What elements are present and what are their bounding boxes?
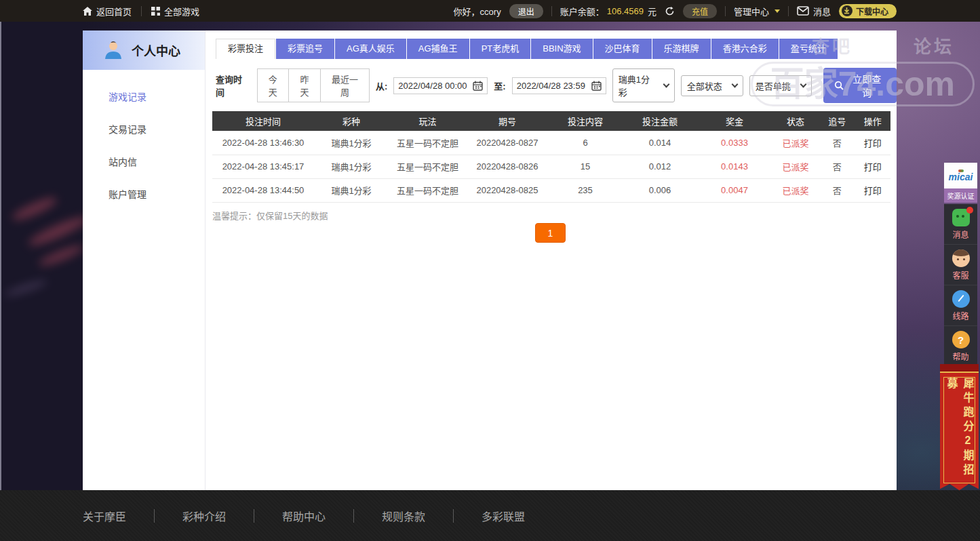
main-panel: 个人中心 游戏记录 交易记录 站内信 账户管理 彩票投注 彩票追号 AG真人娱乐… bbox=[83, 31, 897, 490]
cell-bet-time: 2022-04-28 13:46:30 bbox=[212, 131, 314, 155]
notification-dot bbox=[966, 207, 973, 214]
sidebar-item-site-mail[interactable]: 站内信 bbox=[83, 154, 205, 186]
col-issue: 期号 bbox=[467, 111, 548, 131]
download-center-button[interactable]: 下载中心 bbox=[839, 4, 897, 18]
widget-messages-label: 消息 bbox=[952, 228, 968, 240]
cell-bet-time: 2022-04-28 13:45:17 bbox=[212, 155, 314, 178]
top-bar: 返回首页 全部游戏 你好，ccory 退出 账户余额： 106.4569 元 充… bbox=[0, 0, 980, 22]
widget-lines[interactable]: 线路 bbox=[944, 285, 977, 326]
logout-button[interactable]: 退出 bbox=[509, 4, 543, 18]
footer-link-about[interactable]: 关于摩臣 bbox=[83, 508, 154, 524]
sidebar-item-game-records[interactable]: 游戏记录 bbox=[83, 89, 205, 121]
quick-yesterday-button[interactable]: 昨天 bbox=[289, 68, 321, 102]
balance-label: 账户余额： bbox=[560, 5, 604, 18]
cell-status: 已派奖 bbox=[772, 131, 819, 155]
query-time-label: 查询时间 bbox=[216, 73, 251, 98]
lottery-type-select[interactable]: 瑞典1分彩 bbox=[612, 68, 675, 102]
quick-today-button[interactable]: 今天 bbox=[257, 68, 290, 102]
greeting-text: 你好，ccory bbox=[454, 5, 501, 18]
footer-link-lottery-intro[interactable]: 彩种介绍 bbox=[155, 508, 254, 524]
col-lottery: 彩种 bbox=[314, 111, 389, 131]
to-date-input[interactable]: 2022/04/28 23:59 bbox=[512, 77, 606, 94]
col-status: 状态 bbox=[772, 111, 819, 131]
cell-bet-time: 2022-04-28 13:44:50 bbox=[212, 178, 314, 202]
cell-play: 五星一码不定胆 bbox=[389, 178, 467, 202]
cell-prize: 0.0333 bbox=[697, 131, 772, 155]
tab-lottery-bets[interactable]: 彩票投注 bbox=[216, 39, 275, 59]
pagination: 1 bbox=[535, 223, 566, 243]
tab-saba-sports[interactable]: 沙巴体育 bbox=[593, 39, 652, 59]
single-pick-value: 是否单挑 bbox=[756, 79, 791, 92]
cell-content: 235 bbox=[548, 178, 623, 202]
floating-widget-panel: micai 奖源认证 消息 客服 线路 ? 帮助 bbox=[944, 163, 977, 397]
banner-top-decoration bbox=[940, 364, 979, 373]
widget-customer-service[interactable]: 客服 bbox=[944, 245, 977, 285]
tab-profit-stats[interactable]: 盈亏统计 bbox=[779, 39, 838, 59]
col-chase: 追号 bbox=[819, 111, 855, 131]
cell-prize: 0.0143 bbox=[697, 155, 772, 178]
status-select[interactable]: 全部状态 bbox=[681, 75, 743, 96]
quick-last-week-button[interactable]: 最近一周 bbox=[321, 68, 370, 102]
help-icon: ? bbox=[952, 331, 970, 348]
cell-lottery: 瑞典1分彩 bbox=[314, 131, 389, 155]
grid-icon bbox=[151, 7, 160, 16]
print-link[interactable]: 打印 bbox=[855, 155, 891, 178]
from-date-input[interactable]: 2022/04/28 00:00 bbox=[393, 77, 488, 94]
all-games-label: 全部游戏 bbox=[164, 5, 199, 18]
cell-chase: 否 bbox=[819, 131, 855, 155]
retention-tip: 温馨提示：仅保留15天的数据 bbox=[212, 209, 897, 222]
single-pick-select[interactable]: 是否单挑 bbox=[749, 75, 812, 96]
footer-link-alliance[interactable]: 多彩联盟 bbox=[454, 508, 553, 524]
recharge-button[interactable]: 充值 bbox=[683, 4, 717, 18]
micai-logo[interactable]: micai bbox=[944, 163, 977, 188]
admin-center-menu[interactable]: 管理中心 bbox=[734, 5, 780, 18]
calendar-icon[interactable] bbox=[591, 81, 602, 91]
download-icon bbox=[842, 5, 852, 16]
query-now-button[interactable]: 立即查询 bbox=[823, 68, 897, 103]
query-now-label: 立即查询 bbox=[848, 72, 886, 99]
chevron-down-icon bbox=[775, 9, 780, 13]
cell-issue: 20220428-0825 bbox=[467, 178, 548, 202]
sidebar-item-transaction-records[interactable]: 交易记录 bbox=[83, 121, 205, 154]
widget-service-label: 客服 bbox=[952, 269, 968, 281]
tab-lottery-chase[interactable]: 彩票追号 bbox=[276, 39, 334, 59]
print-link[interactable]: 打印 bbox=[855, 131, 891, 155]
print-link[interactable]: 打印 bbox=[855, 178, 891, 202]
customer-service-icon bbox=[952, 249, 970, 267]
all-games-link[interactable]: 全部游戏 bbox=[151, 5, 199, 18]
footer-link-rules[interactable]: 规则条款 bbox=[354, 508, 453, 524]
promo-banner[interactable]: 犀牛跑分2期招募 bbox=[940, 364, 979, 493]
tab-ag-fishing[interactable]: AG捕鱼王 bbox=[407, 39, 469, 59]
banner-frame: 犀牛跑分2期招募 bbox=[943, 377, 975, 483]
divider bbox=[725, 6, 726, 16]
sidebar-header: 个人中心 bbox=[83, 31, 205, 70]
col-action: 操作 bbox=[855, 111, 891, 131]
footer: 关于摩臣 彩种介绍 帮助中心 规则条款 多彩联盟 bbox=[0, 490, 980, 541]
widget-messages[interactable]: 消息 bbox=[944, 204, 977, 245]
cell-status: 已派奖 bbox=[772, 178, 819, 202]
bet-records-table: 投注时间 彩种 玩法 期号 投注内容 投注金额 奖金 状态 追号 操作 2022 bbox=[212, 111, 890, 203]
refresh-icon[interactable] bbox=[665, 6, 675, 16]
status-value: 全部状态 bbox=[687, 79, 722, 92]
tab-ag-live[interactable]: AG真人娱乐 bbox=[335, 39, 406, 59]
messages-link[interactable]: 消息 bbox=[797, 5, 831, 18]
record-tabs: 彩票投注 彩票追号 AG真人娱乐 AG捕鱼王 PT老虎机 BBIN游戏 沙巴体育… bbox=[216, 39, 897, 59]
tab-pt-slots[interactable]: PT老虎机 bbox=[470, 39, 531, 59]
home-link[interactable]: 返回首页 bbox=[83, 5, 132, 18]
tab-bbin-games[interactable]: BBIN游戏 bbox=[531, 39, 592, 59]
prize-source-cert-badge[interactable]: 奖源认证 bbox=[944, 188, 977, 203]
tab-leyou-chess[interactable]: 乐游棋牌 bbox=[652, 39, 711, 59]
sidebar: 个人中心 游戏记录 交易记录 站内信 账户管理 bbox=[83, 31, 205, 490]
divider bbox=[788, 6, 789, 16]
footer-link-help-center[interactable]: 帮助中心 bbox=[254, 508, 353, 524]
calendar-icon[interactable] bbox=[473, 81, 483, 91]
page-button-1[interactable]: 1 bbox=[535, 223, 566, 243]
cell-chase: 否 bbox=[819, 178, 855, 202]
background-streak bbox=[10, 194, 59, 224]
sidebar-item-account-management[interactable]: 账户管理 bbox=[83, 186, 205, 219]
to-label: 至: bbox=[494, 79, 505, 92]
widget-help[interactable]: ? 帮助 bbox=[944, 326, 977, 366]
cell-amount: 0.006 bbox=[623, 178, 697, 202]
avatar bbox=[103, 40, 123, 60]
tab-hk-mark-six[interactable]: 香港六合彩 bbox=[711, 39, 779, 59]
